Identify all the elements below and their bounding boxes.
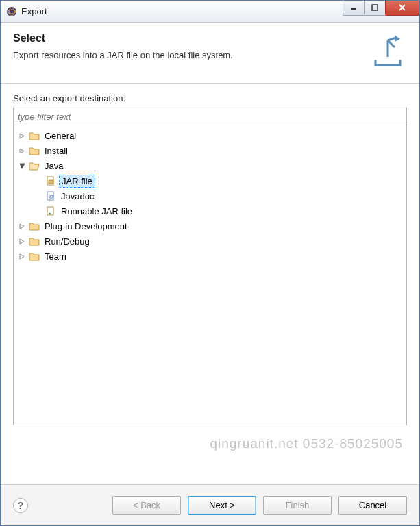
tree-item-label: Team [42, 251, 69, 262]
tree-item-label: Plug-in Development [42, 221, 129, 232]
svg-rect-4 [372, 5, 378, 10]
expand-arrow-icon[interactable] [18, 147, 26, 155]
tree-item-javadoc[interactable]: @ Javadoc [15, 188, 405, 203]
eclipse-icon [6, 6, 17, 17]
tree-item-label: Run/Debug [42, 236, 92, 247]
expand-arrow-icon[interactable] [18, 237, 26, 245]
tree-item-label: Javadoc [59, 190, 96, 202]
tree-item-install[interactable]: Install [15, 143, 405, 158]
window-buttons [343, 1, 419, 16]
folder-open-icon [29, 160, 40, 171]
svg-marker-17 [20, 224, 24, 229]
button-bar: ? < Back Next > Finish Cancel [1, 484, 419, 525]
tree-item-label: Install [42, 145, 70, 157]
folder-icon [29, 221, 40, 231]
tree-item-jar-file[interactable]: JAR file [15, 173, 405, 188]
svg-marker-7 [395, 35, 400, 42]
maximize-button[interactable] [364, 1, 386, 16]
help-button[interactable]: ? [13, 498, 28, 513]
folder-icon [29, 236, 40, 247]
close-button[interactable] [385, 1, 419, 16]
content-area: Select an export destination: General In… [1, 84, 419, 425]
watermark-text: qingruanit.net 0532-85025005 [210, 436, 403, 451]
tree-item-label: Java [42, 160, 65, 172]
tree-item-label: Runnable JAR file [59, 205, 134, 217]
expand-arrow-icon[interactable] [18, 132, 26, 140]
banner-description: Export resources into a JAR file on the … [13, 50, 362, 60]
svg-text:@: @ [49, 193, 54, 199]
tree-item-runnable-jar[interactable]: Runnable JAR file [15, 203, 405, 218]
svg-rect-12 [49, 180, 53, 184]
back-button[interactable]: < Back [112, 496, 181, 515]
minimize-button[interactable] [343, 1, 365, 16]
wizard-banner: Select Export resources into a JAR file … [1, 23, 419, 84]
svg-marker-9 [20, 149, 24, 153]
svg-marker-18 [20, 239, 24, 244]
tree-item-java[interactable]: Java [15, 158, 405, 173]
destination-label: Select an export destination: [13, 93, 407, 103]
svg-marker-8 [20, 134, 24, 138]
tree-item-label: JAR file [59, 175, 95, 188]
tree-item-plugin-development[interactable]: Plug-in Development [15, 218, 405, 234]
next-button[interactable]: Next > [188, 496, 256, 515]
folder-icon [29, 130, 40, 141]
titlebar: Export [1, 1, 419, 23]
cancel-button[interactable]: Cancel [338, 496, 407, 515]
export-icon [369, 32, 407, 71]
tree-item-general[interactable]: General [15, 128, 405, 143]
folder-icon [29, 251, 40, 262]
tree-item-label: General [42, 130, 78, 142]
banner-title: Select [13, 32, 362, 45]
tree-item-run-debug[interactable]: Run/Debug [15, 234, 405, 249]
window-title: Export [21, 6, 343, 16]
tree-item-team[interactable]: Team [15, 249, 405, 264]
folder-icon [29, 145, 40, 156]
finish-button[interactable]: Finish [263, 496, 332, 515]
svg-marker-10 [20, 164, 25, 168]
tree-viewer[interactable]: General Install Java [13, 125, 407, 425]
jar-file-icon [45, 175, 56, 186]
expand-arrow-icon[interactable] [18, 252, 26, 260]
filter-input[interactable] [13, 108, 407, 125]
svg-marker-19 [20, 254, 24, 259]
svg-point-0 [7, 7, 16, 16]
javadoc-icon: @ [45, 190, 56, 201]
collapse-arrow-icon[interactable] [18, 162, 26, 170]
expand-arrow-icon[interactable] [18, 222, 26, 230]
runnable-jar-icon [45, 205, 56, 216]
